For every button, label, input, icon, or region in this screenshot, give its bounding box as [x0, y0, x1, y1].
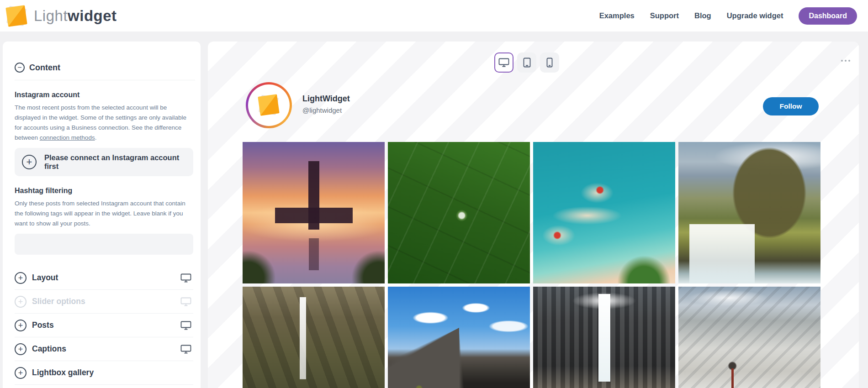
gallery-photo-svartifoss[interactable]: [533, 287, 675, 388]
plus-circle-icon: +: [22, 155, 37, 169]
minus-circle-icon[interactable]: −: [15, 63, 25, 73]
nav-link-upgrade-widget[interactable]: Upgrade widget: [727, 11, 783, 20]
settings-sidebar: − Content Instagram account The most rec…: [3, 42, 201, 388]
plus-circle-icon: +: [15, 343, 26, 355]
instagram-account-heading: Instagram account: [15, 91, 193, 99]
gallery-photo-turquoise-jetty[interactable]: [533, 142, 675, 283]
hashtag-filtering-heading: Hashtag filtering: [15, 187, 193, 195]
profile-name: LightWidget: [302, 94, 350, 104]
logo-orange-square: [5, 5, 27, 26]
accordion-captions[interactable]: + Captions: [15, 337, 193, 361]
connection-methods-link[interactable]: connection methods: [40, 134, 95, 141]
device-toggle-desktop[interactable]: [494, 52, 513, 73]
accordion-layout[interactable]: + Layout: [15, 266, 193, 290]
connect-instagram-button[interactable]: + Please connect an Instagram account fi…: [15, 148, 193, 176]
plus-circle-icon: +: [15, 367, 26, 379]
gallery-photo-bali-temple[interactable]: [243, 142, 385, 283]
gallery-photo-canyon-waterfall[interactable]: [243, 287, 385, 388]
settings-accordion-list: + Layout + Slider options + Posts + Capt…: [15, 266, 193, 385]
mobile-icon: [546, 58, 553, 68]
device-toggle-tablet[interactable]: [517, 52, 536, 73]
plus-circle-icon: +: [15, 272, 26, 284]
logo-wordmark: Lightwidget: [34, 7, 117, 25]
tablet-icon: [523, 58, 531, 68]
avatar-logo-icon: [258, 94, 280, 116]
options-menu-ellipsis-icon[interactable]: [841, 60, 850, 62]
gallery-photo-kirkjufell[interactable]: [678, 142, 820, 283]
widget-preview-panel: LightWidget @lightwidget Follow: [208, 42, 859, 388]
profile-handle: @lightwidget: [302, 106, 350, 114]
accordion-slider-options: + Slider options: [15, 290, 193, 314]
content-section-header[interactable]: − Content: [15, 63, 193, 73]
dashboard-button[interactable]: Dashboard: [799, 7, 857, 25]
instagram-post-grid: [243, 142, 820, 388]
hashtag-filtering-description: Only these posts from selected Instagram…: [15, 199, 193, 229]
divider: [15, 80, 195, 80]
primary-nav: Examples Support Blog Upgrade widget Das…: [599, 7, 857, 25]
follow-button[interactable]: Follow: [763, 97, 819, 115]
content-section-title: Content: [29, 63, 60, 73]
accordion-posts[interactable]: + Posts: [15, 314, 193, 337]
profile-avatar[interactable]: [246, 82, 292, 128]
desktop-icon: [498, 58, 509, 67]
gallery-photo-vestrahorn[interactable]: [388, 287, 530, 388]
nav-link-blog[interactable]: Blog: [694, 11, 711, 20]
gallery-photo-rice-fields[interactable]: [388, 142, 530, 283]
hashtag-input[interactable]: [15, 234, 193, 255]
plus-circle-icon: +: [15, 320, 26, 331]
gallery-photo-glacier[interactable]: [678, 287, 820, 388]
desktop-monitor-icon: [180, 345, 191, 354]
profile-meta: LightWidget @lightwidget: [302, 94, 350, 114]
accordion-lightbox-gallery[interactable]: + Lightbox gallery: [15, 361, 193, 385]
device-toggle-group: [494, 52, 559, 73]
desktop-monitor-icon: [180, 273, 191, 283]
device-toggle-mobile[interactable]: [540, 52, 559, 73]
lightwidget-logo[interactable]: Lightwidget: [5, 5, 117, 27]
instagram-account-description: The most recent posts from the selected …: [15, 103, 193, 143]
lightwidget-logo-icon: [5, 5, 27, 27]
connect-instagram-label: Please connect an Instagram account firs…: [44, 153, 186, 171]
desktop-monitor-icon: [180, 297, 191, 306]
desktop-monitor-icon: [180, 321, 191, 330]
nav-link-examples[interactable]: Examples: [599, 11, 635, 20]
plus-circle-icon: +: [15, 296, 26, 308]
nav-link-support[interactable]: Support: [650, 11, 679, 20]
top-navbar: Lightwidget Examples Support Blog Upgrad…: [0, 0, 868, 31]
